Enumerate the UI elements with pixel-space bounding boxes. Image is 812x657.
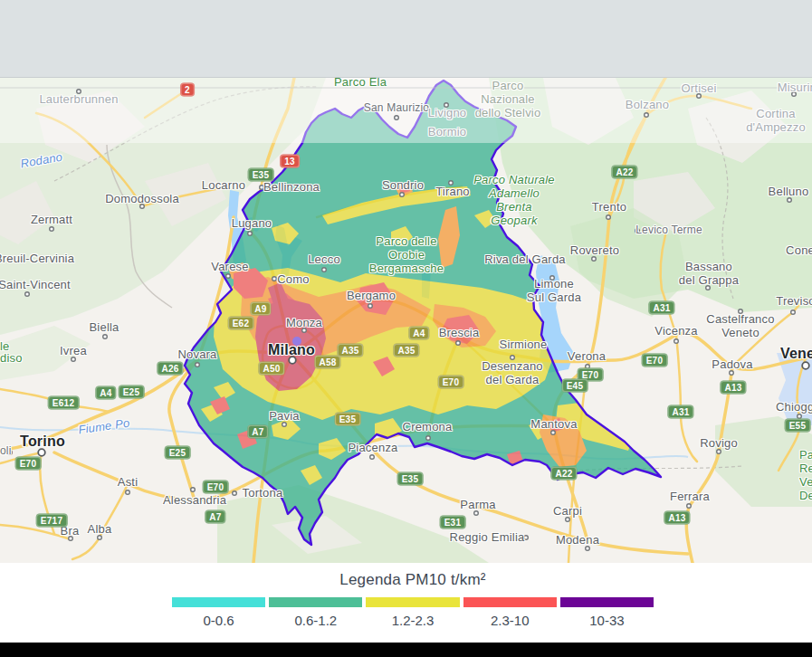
map-label-treviso: Treviso <box>776 295 812 309</box>
map-label-ortisei: Ortisei <box>682 82 717 96</box>
legend-swatch-0-0-6 <box>172 597 265 607</box>
map-label-saint-vincent: Saint-Vincent <box>0 279 71 292</box>
road-badge-a22: A22 <box>550 467 577 481</box>
map-label-piacenza: Piacenza <box>348 442 397 455</box>
map-label-brescia: Brescia <box>439 327 480 340</box>
map-label-castelfranco-veneto: Castelfranco Veneto <box>706 313 774 340</box>
road-badge-a13: A13 <box>664 511 690 525</box>
road-badge-13: 13 <box>280 155 300 168</box>
map-label-bolzano: Bolzano <box>626 99 669 112</box>
road-badge-a35: A35 <box>337 344 363 357</box>
map-label-cremona: Cremona <box>403 421 453 434</box>
road-badge-e45: E45 <box>562 379 588 393</box>
map-legend: Legenda PM10 t/km² 0-0.60.6-1.21.2-2.32.… <box>0 563 812 643</box>
road-badge-a9: A9 <box>250 302 271 316</box>
legend-item-0-6-1-2: 0.6-1.2 <box>269 597 362 628</box>
map-label-rodano: Rodano <box>20 151 64 172</box>
road-badge-e70: E70 <box>438 376 464 389</box>
map-label-varese: Varese <box>211 261 248 274</box>
road-badge-e25: E25 <box>119 386 145 399</box>
legend-label-0-6-1-2: 0.6-1.2 <box>269 613 362 628</box>
map-label-breuil-cervinia: Breuil-Cervinia <box>0 252 74 266</box>
map-label-sirmione: Sirmione <box>500 338 548 352</box>
map-label-como: Como <box>277 273 309 287</box>
road-badge-e35: E35 <box>248 168 274 182</box>
legend-swatch-1-2-2-3 <box>366 597 459 607</box>
road-badge-e31: E31 <box>440 516 466 529</box>
map-label-cortina-d-ampezzo: Cortina d'Ampezzo <box>746 108 806 135</box>
legend-item-1-2-2-3: 1.2-2.3 <box>366 597 459 628</box>
map-label-misurina: Misurina <box>778 81 812 95</box>
road-badge-e55: E55 <box>785 419 811 433</box>
road-badge-e70: E70 <box>203 481 229 494</box>
map-label-conegliano: Conegliano <box>786 244 812 258</box>
map-label-venezia: Venezia <box>780 346 812 362</box>
map-label-limone-sul-garda: Limone Sul Garda <box>527 278 581 305</box>
map-label-verona: Verona <box>568 350 606 364</box>
map-label-riva-del-garda: Riva del Garda <box>484 253 566 267</box>
legend-swatch-10-33 <box>560 597 654 607</box>
road-badge-a58: A58 <box>314 356 340 369</box>
map-label-parco-ela: Parco Ela <box>334 78 387 89</box>
road-badge-e35: E35 <box>335 413 361 426</box>
map-label-alba: Alba <box>88 523 112 537</box>
legend-label-0-0-6: 0-0.6 <box>172 613 265 628</box>
road-badge-a4: A4 <box>95 386 116 400</box>
road-badge-e70: E70 <box>15 457 42 471</box>
road-badge-e62: E62 <box>228 317 254 330</box>
legend-swatch-2-3-10 <box>463 597 557 607</box>
road-badge-a4: A4 <box>408 327 429 340</box>
map-label-torino: Torino <box>20 433 65 450</box>
road-badge-a26: A26 <box>157 362 183 376</box>
map-label-bellinzona: Bellinzona <box>263 181 320 195</box>
map-label-lecco: Lecco <box>308 253 340 267</box>
map-label-trento: Trento <box>592 201 626 214</box>
legend-row: 0-0.60.6-1.21.2-2.32.3-1010-33 <box>172 597 654 628</box>
legend-title: Legenda PM10 t/km² <box>172 571 654 589</box>
map-label-parco-nazionale-dello-stelvio: Parco Nazionale dello Stelvio <box>475 80 541 120</box>
legend-swatch-0-6-1-2 <box>269 597 362 607</box>
legend-item-10-33: 10-33 <box>560 597 654 628</box>
road-badge-e35: E35 <box>397 472 424 486</box>
map-label-fiume-po: Fiume Po <box>78 417 131 438</box>
map-label-bormio: Bormio <box>428 126 466 139</box>
map-label-monza: Monza <box>286 317 322 330</box>
map-label-ivrea: Ivrea <box>60 345 87 358</box>
road-badge-e25: E25 <box>165 446 191 460</box>
map-label-tirano: Tirano <box>435 186 470 199</box>
map-label-levico-terme: Levico Terme <box>635 224 702 237</box>
road-badge-a22: A22 <box>611 166 637 179</box>
map-label-san-maurizio: San Maurizio <box>364 102 429 115</box>
map-label-milano: Milano <box>268 342 315 358</box>
legend-item-2-3-10: 2.3-10 <box>463 597 557 628</box>
map-label-asti: Asti <box>118 476 138 490</box>
map-label-lauterbrunnen: Lauterbrunnen <box>39 93 118 107</box>
map-label-novara: Novara <box>177 348 216 362</box>
map-label-ferrara: Ferrara <box>670 490 710 504</box>
map-label-reggio-emilia: Reggio Emilia <box>450 531 525 545</box>
map-label-carpi: Carpi <box>553 505 582 519</box>
legend-label-10-33: 10-33 <box>560 613 654 628</box>
map-label-desenzano-del-garda: Desenzano del Garda <box>482 360 543 387</box>
map-canvas[interactable]: LauterbrunnenRodanoZermattBreuil-Cervini… <box>0 78 812 563</box>
road-badge-a35: A35 <box>393 344 419 357</box>
road-badge-e717: E717 <box>36 514 68 528</box>
road-badge-a31: A31 <box>648 301 674 315</box>
road-badge-a13: A13 <box>720 381 746 395</box>
map-label-bassano-del-grappa: Bassano del Grappa <box>679 261 739 288</box>
header-bar <box>0 0 812 78</box>
road-badge-a50: A50 <box>258 362 284 376</box>
road-badge-a31: A31 <box>667 405 693 419</box>
legend-inner: Legenda PM10 t/km² 0-0.60.6-1.21.2-2.32.… <box>172 571 654 628</box>
map-label-biella: Biella <box>90 321 119 335</box>
map-label-tortona: Tortona <box>243 487 283 500</box>
map-label-lugano: Lugano <box>232 217 272 231</box>
road-badge-2: 2 <box>180 83 195 97</box>
map-label-belluno: Belluno <box>769 186 809 199</box>
map-label-bergamo: Bergamo <box>347 290 396 303</box>
map-label-zermatt: Zermatt <box>31 214 72 227</box>
legend-label-1-2-2-3: 1.2-2.3 <box>366 613 459 628</box>
map-label-mantova: Mantova <box>530 418 577 432</box>
road-badge-a7: A7 <box>247 425 268 439</box>
map-label-parma: Parma <box>460 499 495 512</box>
